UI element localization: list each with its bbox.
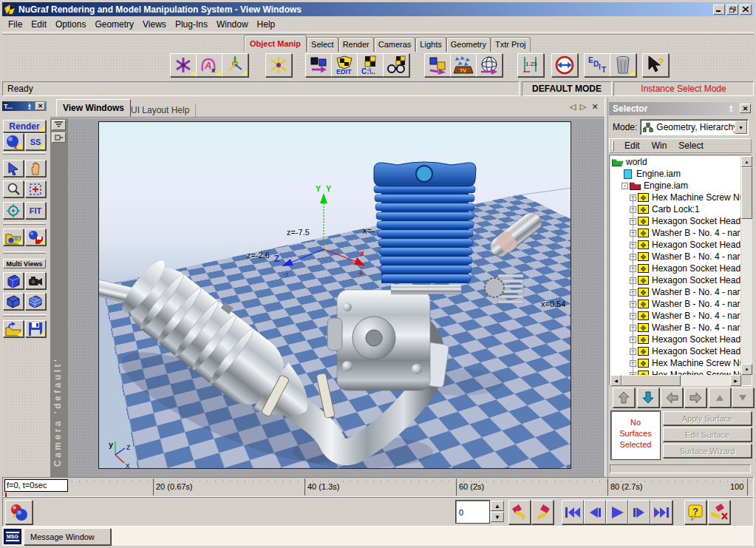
- rotate-about-axis-button[interactable]: Ax: [196, 53, 222, 77]
- pin-icon[interactable]: [27, 103, 33, 109]
- selector-menu-select[interactable]: Select: [672, 141, 709, 151]
- surface-wizard-button[interactable]: Surface Wizard: [663, 444, 752, 458]
- snap-star-button[interactable]: [265, 53, 292, 77]
- mode-tab[interactable]: Object Manip: [244, 35, 307, 52]
- close-button[interactable]: [740, 4, 752, 15]
- zoom-button[interactable]: [3, 180, 24, 197]
- selector-title-bar[interactable]: Selector ✕: [609, 102, 752, 115]
- mode-combobox[interactable]: Geometry, Hierarchy ▼: [640, 119, 749, 135]
- scroll-up-button[interactable]: ▲: [741, 156, 752, 167]
- menu-item[interactable]: Geometry: [90, 18, 138, 31]
- menu-item[interactable]: Plug-Ins: [171, 18, 212, 31]
- pin-strip-icon[interactable]: [52, 132, 66, 143]
- spheres-button[interactable]: [5, 500, 33, 524]
- tree-item[interactable]: + Washer B - No. 4 - narrow: [610, 251, 740, 263]
- axis-triad-button[interactable]: [222, 53, 248, 77]
- edit-text-button[interactable]: EDIT: [584, 53, 610, 77]
- hscroll-thumb[interactable]: [622, 375, 681, 386]
- edit-surface-button[interactable]: Edit Surface: [663, 427, 752, 442]
- scroll-down-button[interactable]: ▼: [741, 364, 752, 375]
- play-button[interactable]: [606, 500, 628, 524]
- frame-down-button[interactable]: ▼: [491, 512, 504, 522]
- tree-item[interactable]: + Carb Lock:1: [610, 203, 740, 215]
- pan-hand-button[interactable]: [25, 160, 46, 177]
- delete-trash-button[interactable]: [610, 53, 636, 77]
- sync-circle-button[interactable]: [551, 53, 578, 77]
- open-scene-button[interactable]: [3, 229, 24, 246]
- set-key-button[interactable]: [508, 500, 531, 524]
- file-path-button[interactable]: C:\..: [357, 53, 384, 77]
- tree-item[interactable]: + Hex Machine Screw Nut: [610, 369, 740, 375]
- message-icon[interactable]: MSG: [4, 529, 21, 544]
- multi-views-label[interactable]: Multi Views: [3, 259, 46, 268]
- ss-button[interactable]: SS: [25, 133, 46, 150]
- tree-view[interactable]: world Engine.iam - Engine.iam + Hex Mach…: [610, 156, 740, 375]
- selector-menu-edit[interactable]: Edit: [619, 141, 646, 151]
- frame-cursor-label[interactable]: f=0, t=0sec: [4, 479, 68, 492]
- tree-item[interactable]: Engine.iam: [610, 168, 740, 180]
- tree-item[interactable]: + Washer B - No. 4 - narrow: [610, 310, 740, 322]
- view-cube3-button[interactable]: [25, 293, 46, 310]
- render-sphere-button[interactable]: z: [3, 133, 24, 150]
- toolbox-title-bar[interactable]: T... ✕: [2, 101, 47, 111]
- tree-item[interactable]: - Engine.iam: [610, 180, 740, 192]
- tab-ui-layout-help[interactable]: UI Layout Help: [125, 104, 196, 117]
- transform-star-button[interactable]: [170, 53, 197, 77]
- apply-surface-button[interactable]: Apply Surface: [663, 411, 752, 425]
- tree-item[interactable]: world: [610, 156, 740, 168]
- region-select-button[interactable]: [25, 180, 46, 197]
- menu-item[interactable]: Options: [51, 18, 90, 31]
- nav-right-button[interactable]: [684, 388, 706, 407]
- nav-left-button[interactable]: [661, 388, 683, 407]
- camera-view-button[interactable]: [25, 272, 46, 289]
- fit-button[interactable]: FIT: [25, 202, 46, 219]
- menu-item[interactable]: Window: [212, 18, 253, 31]
- toolbox-close-button[interactable]: ✕: [35, 102, 45, 110]
- tree-vertical-scrollbar[interactable]: ▲ ▼: [741, 156, 752, 375]
- nav-prev-button[interactable]: [709, 388, 731, 407]
- message-window-button[interactable]: Message Window: [24, 528, 111, 545]
- minimize-button[interactable]: [713, 4, 725, 15]
- restore-button[interactable]: [726, 4, 738, 15]
- view-cube2-button[interactable]: [3, 293, 24, 310]
- step-forward-button[interactable]: [628, 500, 650, 524]
- edit-shield-button[interactable]: EDIT: [331, 53, 358, 77]
- select-arrow-button[interactable]: [3, 160, 24, 177]
- tree-item[interactable]: + Washer B - No. 4 - narrow: [610, 227, 740, 239]
- rollup-icon[interactable]: [52, 120, 66, 130]
- frame-up-button[interactable]: ▲: [491, 501, 504, 511]
- selector-menu-win[interactable]: Win: [646, 141, 673, 151]
- tab-next-icon[interactable]: ▷: [578, 102, 588, 112]
- sphere-net-button[interactable]: [476, 53, 503, 77]
- tree-item[interactable]: + Hexagon Socket Head C: [610, 215, 740, 227]
- scroll-right-button[interactable]: ▶: [730, 375, 741, 386]
- move-cubes-button[interactable]: [305, 53, 332, 77]
- render-image[interactable]: x=-: [98, 121, 571, 469]
- tree-item[interactable]: + Hexagon Socket Head C: [610, 345, 740, 357]
- delete-key-button[interactable]: [531, 500, 554, 524]
- texture-apply-button[interactable]: TV: [450, 53, 477, 77]
- anim-help-button[interactable]: ?: [684, 500, 706, 524]
- context-help-button[interactable]: ?: [642, 53, 669, 77]
- selector-close-button[interactable]: ✕: [740, 104, 751, 113]
- tab-prev-icon[interactable]: ◁: [568, 102, 578, 112]
- menu-grip[interactable]: [612, 141, 614, 151]
- mode-tab[interactable]: Cameras: [374, 37, 416, 52]
- tab-view-windows[interactable]: View Windows: [56, 99, 131, 117]
- mode-tab[interactable]: Lights: [415, 37, 446, 52]
- go-end-button[interactable]: [650, 500, 672, 524]
- scroll-left-button[interactable]: ◀: [610, 375, 622, 386]
- tree-item[interactable]: + Washer B - No. 4 - narrow: [610, 298, 740, 310]
- timeline-ruler[interactable]: 20 (0.67s) 40 (1.3s) 60 (2s) 80 (2.7s) 1…: [2, 477, 754, 497]
- nav-next-button[interactable]: [732, 388, 754, 407]
- title-bar[interactable]: NuGraf Rendering and Model Manipulation …: [2, 2, 754, 16]
- menu-item[interactable]: File: [4, 18, 27, 31]
- combo-dropdown-button[interactable]: ▼: [735, 121, 747, 134]
- tree-horizontal-scrollbar[interactable]: ◀ ▶: [610, 375, 741, 386]
- mode-tab[interactable]: Txtr Proj: [491, 37, 531, 52]
- selector-pin-icon[interactable]: [729, 104, 735, 112]
- tab-close-icon[interactable]: ✕: [590, 102, 600, 112]
- nav-up-button[interactable]: [613, 388, 635, 407]
- tree-item[interactable]: + Hexagon Socket Head C: [610, 263, 740, 274]
- tree-item[interactable]: + Hex Machine Screw Nut: [610, 192, 740, 203]
